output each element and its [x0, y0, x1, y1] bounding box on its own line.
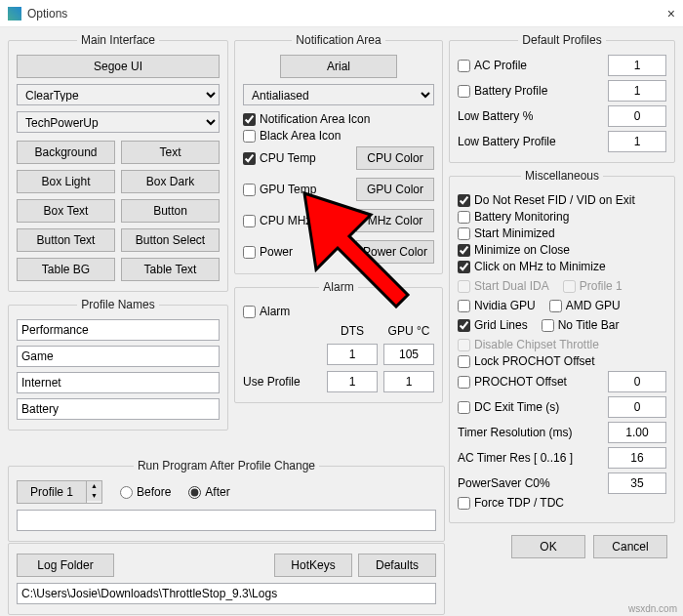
main-interface-group: Main Interface Segoe UI ClearType TechPo…	[8, 33, 228, 292]
text-button[interactable]: Text	[121, 141, 220, 164]
power-check[interactable]: Power	[243, 245, 350, 259]
ok-button[interactable]: OK	[511, 535, 585, 558]
dts-input[interactable]	[327, 344, 378, 365]
font-button[interactable]: Segoe UI	[17, 55, 220, 78]
run-after-group: Run Program After Profile Change Profile…	[8, 459, 445, 542]
profile-names-legend: Profile Names	[77, 298, 158, 311]
battery-profile-input[interactable]	[608, 80, 666, 102]
log-path-input[interactable]	[17, 583, 436, 604]
nvidia-check[interactable]: Nvidia GPU	[458, 299, 536, 312]
start-minimized-check[interactable]: Start Minimized	[458, 226, 666, 240]
notif-font-button[interactable]: Arial	[280, 55, 397, 78]
ac-profile-input[interactable]	[608, 55, 666, 76]
theme-select[interactable]: TechPowerUp	[17, 111, 220, 133]
use-profile1-input[interactable]	[327, 371, 378, 392]
gpu-label: GPU °C	[383, 324, 434, 338]
no-reset-check[interactable]: Do Not Reset FID / VID on Exit	[458, 193, 666, 207]
timer-res-input[interactable]	[608, 422, 666, 443]
after-radio[interactable]: After	[188, 485, 229, 499]
profile1-check: Profile 1	[563, 279, 623, 293]
profile3-input[interactable]	[17, 372, 220, 393]
dc-exit-check[interactable]: DC Exit Time (s)	[458, 400, 600, 414]
run-after-legend: Run Program After Profile Change	[134, 459, 319, 472]
battery-profile-check[interactable]: Battery Profile	[458, 84, 600, 98]
prochot-offset-input[interactable]	[608, 371, 666, 392]
button-select-button[interactable]: Button Select	[121, 228, 220, 252]
force-tdp-check[interactable]: Force TDP / TDC	[458, 496, 666, 510]
power-color-button[interactable]: Power Color	[356, 240, 434, 264]
powersaver-label: PowerSaver C0%	[458, 476, 600, 490]
chevron-down-icon[interactable]: ▼	[87, 491, 101, 501]
profile-names-group: Profile Names	[8, 298, 228, 431]
log-folder-button[interactable]: Log Folder	[17, 554, 114, 577]
powersaver-input[interactable]	[608, 472, 666, 494]
use-profile-label: Use Profile	[243, 375, 321, 389]
default-profiles-legend: Default Profiles	[518, 33, 605, 47]
alarm-check[interactable]: Alarm	[243, 305, 434, 318]
cpu-temp-check[interactable]: CPU Temp	[243, 151, 350, 165]
prochot-offset-check[interactable]: PROCHOT Offset	[458, 375, 600, 389]
box-text-button[interactable]: Box Text	[17, 199, 115, 223]
alarm-legend: Alarm	[319, 280, 357, 294]
dc-exit-input[interactable]	[608, 396, 666, 418]
cpu-mhz-check[interactable]: CPU MHz	[243, 214, 350, 227]
notification-legend: Notification Area	[292, 33, 384, 47]
gpu-color-button[interactable]: GPU Color	[356, 178, 434, 201]
mhz-color-button[interactable]: MHz Color	[356, 209, 434, 232]
watermark: wsxdn.com	[628, 603, 677, 614]
profile4-input[interactable]	[17, 398, 220, 420]
run-path-input[interactable]	[17, 510, 436, 531]
box-light-button[interactable]: Box Light	[17, 170, 115, 193]
dts-label: DTS	[327, 324, 378, 338]
antialias-select[interactable]: Antialiased	[243, 84, 434, 105]
button-text-button[interactable]: Button Text	[17, 228, 115, 252]
defaults-button[interactable]: Defaults	[358, 554, 436, 577]
lock-prochot-check[interactable]: Lock PROCHOT Offset	[458, 354, 666, 368]
chevron-up-icon[interactable]: ▲	[87, 481, 101, 491]
render-mode-select[interactable]: ClearType	[17, 84, 220, 105]
before-radio[interactable]: Before	[120, 485, 171, 499]
main-interface-legend: Main Interface	[77, 33, 159, 47]
box-dark-button[interactable]: Box Dark	[121, 170, 220, 193]
dual-ida-check: Start Dual IDA	[458, 279, 549, 293]
notif-icon-check[interactable]: Notification Area Icon	[243, 112, 434, 126]
grid-lines-check[interactable]: Grid Lines	[458, 318, 528, 332]
ac-timer-input[interactable]	[608, 447, 666, 469]
timer-res-label: Timer Resolution (ms)	[458, 426, 600, 439]
cancel-button[interactable]: Cancel	[593, 535, 667, 558]
bottom-group: Log Folder HotKeys Defaults	[8, 543, 445, 615]
button-button[interactable]: Button	[121, 199, 220, 223]
ac-profile-check[interactable]: AC Profile	[458, 59, 600, 72]
misc-group: Miscellaneous Do Not Reset FID / VID on …	[449, 169, 675, 523]
ac-timer-label: AC Timer Res [ 0..16 ]	[458, 451, 600, 465]
profile-stepper[interactable]: Profile 1 ▲▼	[17, 480, 102, 504]
close-icon[interactable]: ×	[636, 6, 675, 21]
no-title-check[interactable]: No Title Bar	[542, 318, 620, 332]
use-profile2-input[interactable]	[383, 371, 434, 392]
window-title: Options	[27, 7, 636, 21]
alarm-group: Alarm Alarm DTS GPU °C Use Profile	[234, 280, 443, 403]
battery-monitoring-check[interactable]: Battery Monitoring	[458, 210, 666, 224]
profile-stepper-button[interactable]: Profile 1	[17, 480, 87, 504]
minimize-close-check[interactable]: Minimize on Close	[458, 243, 666, 257]
black-icon-check[interactable]: Black Area Icon	[243, 129, 434, 143]
profile1-input[interactable]	[17, 319, 220, 341]
gpu-input[interactable]	[383, 344, 434, 365]
click-mhz-check[interactable]: Click on MHz to Minimize	[458, 260, 666, 273]
low-battery-profile-input[interactable]	[608, 131, 666, 152]
chipset-throttle-check: Disable Chipset Throttle	[458, 338, 666, 351]
table-bg-button[interactable]: Table BG	[17, 258, 115, 281]
hotkeys-button[interactable]: HotKeys	[274, 554, 352, 577]
misc-legend: Miscellaneous	[521, 169, 603, 183]
cpu-color-button[interactable]: CPU Color	[356, 146, 434, 170]
profile2-input[interactable]	[17, 346, 220, 367]
background-button[interactable]: Background	[17, 141, 115, 164]
default-profiles-group: Default Profiles AC Profile Battery Prof…	[449, 33, 675, 163]
titlebar: Options ×	[0, 0, 683, 27]
low-battery-profile-label: Low Battery Profile	[458, 135, 600, 148]
low-battery-pct-input[interactable]	[608, 105, 666, 127]
gpu-temp-check[interactable]: GPU Temp	[243, 183, 350, 196]
amd-check[interactable]: AMD GPU	[549, 299, 621, 312]
table-text-button[interactable]: Table Text	[121, 258, 220, 281]
notification-group: Notification Area Arial Antialiased Noti…	[234, 33, 443, 274]
